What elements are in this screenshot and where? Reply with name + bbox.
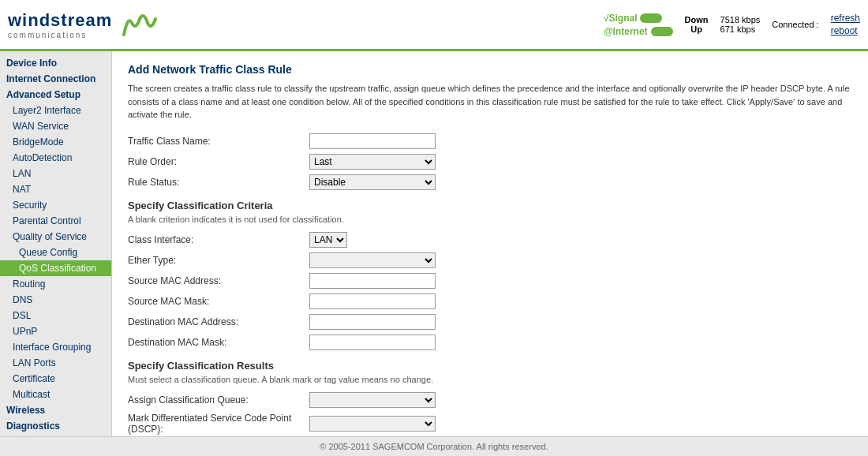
sidebar-item-management[interactable]: Management (0, 434, 111, 436)
sidebar-item-internet-connection[interactable]: Internet Connection (0, 71, 111, 87)
main-layout: Device Info Internet Connection Advanced… (0, 51, 868, 436)
signal-block: √Signal @Internet (604, 13, 673, 37)
rule-order-row: Rule Order: Last (128, 154, 852, 170)
reboot-button[interactable]: reboot (831, 25, 858, 36)
assign-queue-select[interactable] (309, 392, 436, 408)
speed-block: Down Up (685, 15, 709, 34)
source-mac-mask-row: Source MAC Mask: (128, 293, 852, 309)
logo-text: windstream communications (8, 10, 112, 39)
sidebar-item-queue-config[interactable]: Queue Config (0, 245, 111, 260)
rule-status-label: Rule Status: (128, 177, 309, 188)
ether-type-label: Ether Type: (128, 255, 309, 266)
sidebar-item-parental-control[interactable]: Parental Control (0, 213, 111, 229)
header: windstream communications √Signal @Inter… (0, 0, 868, 51)
assign-queue-label: Assign Classification Queue: (128, 394, 309, 406)
sidebar-item-upnp[interactable]: UPnP (0, 323, 111, 339)
header-right: √Signal @Internet Down Up 7518 kbps 671 … (604, 13, 860, 37)
refresh-button[interactable]: refresh (831, 13, 860, 24)
signal-led (640, 13, 662, 23)
sidebar-item-bridge-mode[interactable]: BridgeMode (0, 134, 111, 150)
up-label: Up (690, 24, 702, 34)
internet-led (651, 27, 673, 36)
class-interface-select[interactable]: LAN (309, 232, 347, 248)
sidebar-item-dns[interactable]: DNS (0, 292, 111, 308)
footer-copyright: © 2005-2011 SAGEMCOM Corporation. All ri… (320, 442, 548, 451)
page-desc: The screen creates a traffic class rule … (128, 82, 852, 121)
rule-status-row: Rule Status: Disable (128, 174, 852, 190)
class-interface-label: Class Interface: (128, 234, 309, 245)
internet-label: @Internet (604, 26, 648, 37)
assign-queue-row: Assign Classification Queue: (128, 392, 852, 408)
sidebar-item-wan-service[interactable]: WAN Service (0, 118, 111, 134)
logo-icon (116, 7, 163, 43)
logo-area: windstream communications (8, 7, 163, 43)
up-value: 671 kbps (720, 24, 761, 34)
rule-order-select[interactable]: Last (309, 154, 436, 170)
connected-label: Connected : (772, 20, 818, 29)
dest-mac-mask-label: Destination MAC Mask: (128, 337, 309, 348)
criteria-title: Specify Classification Criteria (128, 200, 852, 211)
footer: © 2005-2011 SAGEMCOM Corporation. All ri… (0, 436, 868, 456)
traffic-class-name-input[interactable] (309, 133, 436, 149)
source-mac-mask-input[interactable] (309, 293, 436, 309)
class-interface-row: Class Interface: LAN (128, 232, 852, 248)
sidebar-item-routing[interactable]: Routing (0, 276, 111, 292)
source-mac-address-row: Source MAC Address: (128, 273, 852, 289)
traffic-class-name-row: Traffic Class Name: (128, 133, 852, 149)
sidebar-item-multicast[interactable]: Multicast (0, 387, 111, 402)
rule-status-select[interactable]: Disable (309, 174, 436, 190)
connected-block: Connected : (772, 20, 818, 29)
rule-order-label: Rule Order: (128, 156, 309, 167)
refresh-col: refresh reboot (831, 13, 860, 36)
sidebar-item-advanced-setup[interactable]: Advanced Setup (0, 87, 111, 103)
sidebar-item-qos-classification[interactable]: QoS Classification (0, 260, 111, 276)
sidebar-item-security[interactable]: Security (0, 197, 111, 213)
source-mac-address-input[interactable] (309, 273, 436, 289)
results-desc: Must select a classification queue. A bl… (128, 375, 852, 384)
sidebar-item-wireless[interactable]: Wireless (0, 402, 111, 418)
criteria-desc: A blank criterion indicates it is not us… (128, 215, 852, 224)
up-row: Up (690, 24, 702, 34)
dest-mac-address-label: Destination MAC Address: (128, 316, 309, 327)
logo-sub: communications (8, 31, 112, 39)
down-row: Down (685, 15, 709, 24)
dest-mac-mask-row: Destination MAC Mask: (128, 335, 852, 350)
mark-dscp-label: Mark Differentiated Service Code Point (… (128, 413, 309, 435)
down-label: Down (685, 15, 709, 24)
dest-mac-mask-input[interactable] (309, 335, 436, 350)
dest-mac-address-row: Destination MAC Address: (128, 314, 852, 330)
content: Add Network Traffic Class Rule The scree… (112, 51, 868, 436)
sidebar-item-lan[interactable]: LAN (0, 166, 111, 181)
page-title: Add Network Traffic Class Rule (128, 63, 852, 76)
ether-type-row: Ether Type: (128, 252, 852, 268)
down-value: 7518 kbps (720, 15, 761, 24)
ether-type-select[interactable] (309, 252, 436, 268)
sidebar-item-quality-of-service[interactable]: Quality of Service (0, 229, 111, 245)
source-mac-address-label: Source MAC Address: (128, 275, 309, 286)
sidebar-item-layer2-interface[interactable]: Layer2 Interface (0, 103, 111, 118)
sidebar-item-certificate[interactable]: Certificate (0, 371, 111, 387)
results-title: Specify Classification Results (128, 360, 852, 372)
sidebar-item-dsl[interactable]: DSL (0, 308, 111, 323)
source-mac-mask-label: Source MAC Mask: (128, 296, 309, 307)
speed-values-block: 7518 kbps 671 kbps (720, 15, 761, 34)
sidebar-item-device-info[interactable]: Device Info (0, 55, 111, 71)
mark-dscp-row: Mark Differentiated Service Code Point (… (128, 413, 852, 435)
dest-mac-address-input[interactable] (309, 314, 436, 330)
sidebar-item-diagnostics[interactable]: Diagnostics (0, 418, 111, 434)
sidebar-item-lan-ports[interactable]: LAN Ports (0, 355, 111, 371)
sidebar-item-nat[interactable]: NAT (0, 181, 111, 197)
sidebar-item-interface-grouping[interactable]: Interface Grouping (0, 339, 111, 355)
mark-dscp-select[interactable] (309, 416, 436, 432)
sidebar: Device Info Internet Connection Advanced… (0, 51, 112, 436)
signal-label: √Signal (604, 13, 638, 24)
traffic-class-name-label: Traffic Class Name: (128, 136, 309, 147)
logo-name: windstream (8, 10, 112, 31)
sidebar-item-autodetection[interactable]: AutoDetection (0, 150, 111, 166)
